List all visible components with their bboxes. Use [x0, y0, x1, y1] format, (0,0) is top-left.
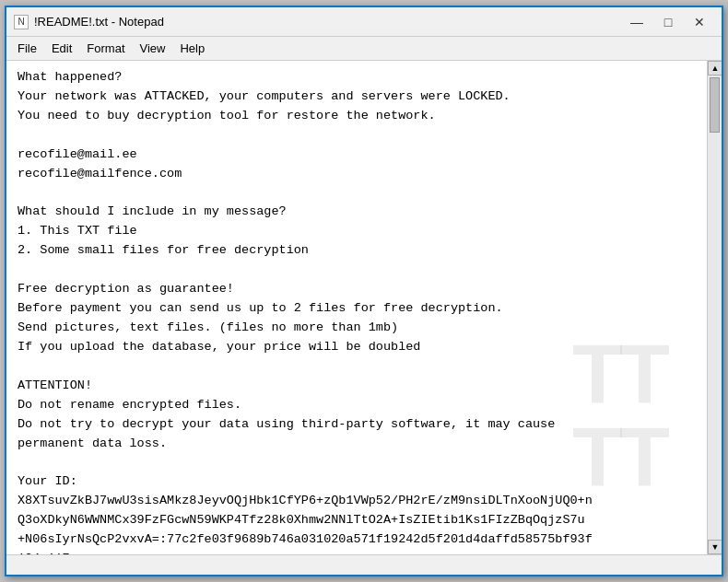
maximize-button[interactable]: □ — [653, 13, 683, 31]
title-bar-controls: — □ ✕ — [622, 13, 714, 31]
title-bar-left: N !README!.txt - Notepad — [14, 15, 164, 29]
scroll-up-button[interactable]: ▲ — [708, 61, 722, 76]
window-title: !README!.txt - Notepad — [34, 15, 164, 29]
scroll-down-button[interactable]: ▼ — [708, 540, 722, 554]
close-button[interactable]: ✕ — [685, 13, 714, 31]
app-icon-label: N — [18, 17, 24, 27]
app-icon: N — [14, 15, 29, 29]
menu-bar: File Edit Format View Help — [6, 37, 722, 61]
content-area: TTTT What happened? Your network was ATT… — [6, 61, 722, 554]
menu-help[interactable]: Help — [172, 39, 212, 58]
scrollbar[interactable]: ▲ ▼ — [707, 61, 722, 554]
text-editor[interactable]: What happened? Your network was ATTACKED… — [6, 61, 707, 554]
minimize-button[interactable]: — — [622, 13, 652, 31]
menu-file[interactable]: File — [10, 39, 44, 58]
menu-view[interactable]: View — [133, 39, 173, 58]
scrollbar-thumb[interactable] — [710, 77, 720, 133]
title-bar: N !README!.txt - Notepad — □ ✕ — [6, 7, 722, 37]
scrollbar-track[interactable] — [708, 76, 722, 540]
status-bar — [6, 554, 722, 575]
menu-format[interactable]: Format — [79, 39, 132, 58]
menu-edit[interactable]: Edit — [44, 39, 79, 58]
notepad-window: N !README!.txt - Notepad — □ ✕ File Edit… — [5, 6, 723, 576]
